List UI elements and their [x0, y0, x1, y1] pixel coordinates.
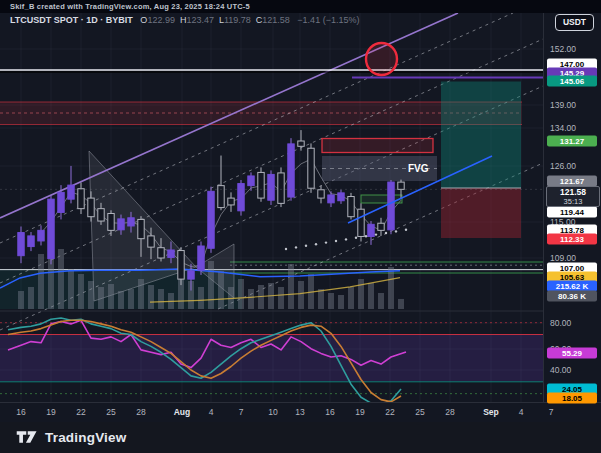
candle-body[interactable]	[228, 198, 234, 205]
candle-body[interactable]	[128, 218, 134, 226]
candle-body[interactable]	[348, 197, 354, 217]
attribution-text: Skif_B created with TradingView.com, Aug…	[10, 2, 250, 11]
currency-toggle-button[interactable]: USDT	[555, 14, 594, 31]
candle-body[interactable]	[68, 185, 74, 199]
price-tick: 139.00	[550, 100, 576, 110]
volume-bar	[158, 289, 164, 309]
volume-bar	[18, 291, 24, 309]
candle-body[interactable]	[158, 248, 164, 258]
red-circle-annotation[interactable]	[366, 43, 397, 75]
position-stop-box[interactable]	[441, 188, 521, 238]
candle-body[interactable]	[98, 209, 104, 221]
price-tick: 134.00	[550, 123, 576, 133]
symbol-legend[interactable]: LTCUSDT SPOT · 1D · BYBIT O122.99H123.47…	[10, 15, 359, 25]
time-tick: 19	[46, 407, 55, 417]
volume-bar	[208, 261, 214, 309]
ohlc-value: 121.58	[262, 15, 290, 25]
time-tick: 16	[325, 407, 334, 417]
candle-body[interactable]	[48, 199, 54, 258]
volume-bar	[278, 287, 284, 309]
candle-body[interactable]	[328, 195, 334, 203]
volume-bar	[138, 279, 144, 309]
candle-body[interactable]	[138, 219, 144, 238]
ohlc-values: O122.99H123.47L119.78C121.58	[135, 15, 289, 25]
candle-body[interactable]	[298, 141, 304, 146]
time-axis[interactable]: 1619222528Aug4710131619222528Sep47	[0, 402, 601, 422]
price-level-label: 55.29	[547, 347, 597, 358]
time-tick: 19	[355, 407, 364, 417]
time-tick: 28	[445, 407, 454, 417]
red-rectangle[interactable]	[322, 139, 433, 153]
time-tick: 22	[385, 407, 394, 417]
candle-body[interactable]	[318, 190, 324, 198]
sar-dot	[305, 245, 307, 247]
volume-bar	[248, 289, 254, 309]
volume-bar	[348, 287, 354, 309]
candle-body[interactable]	[308, 148, 314, 188]
ohlc-value: 122.99	[147, 15, 175, 25]
sar-dot	[365, 235, 367, 237]
candle-body[interactable]	[248, 176, 254, 186]
candle-body[interactable]	[58, 192, 64, 212]
time-tick: 22	[76, 407, 85, 417]
tradingview-logo[interactable]: TradingView	[16, 428, 126, 446]
candle-body[interactable]	[148, 236, 154, 247]
price-tick: 40.00	[550, 365, 571, 375]
price-level-label: 121.67	[547, 175, 597, 186]
time-tick: 13	[295, 407, 304, 417]
price-tick: 109.00	[550, 253, 576, 263]
time-tick-month: Aug	[174, 407, 191, 417]
time-tick: 25	[106, 407, 115, 417]
volume-bar	[98, 287, 104, 309]
candle-body[interactable]	[28, 236, 34, 247]
attribution-bar: Skif_B created with TradingView.com, Aug…	[0, 0, 601, 13]
time-tick: 28	[136, 407, 145, 417]
candle-body[interactable]	[178, 251, 184, 280]
candle-body[interactable]	[88, 198, 94, 217]
sar-dot	[405, 229, 407, 231]
candle-body[interactable]	[168, 250, 174, 257]
volume-bar	[318, 289, 324, 309]
time-tick: 16	[16, 407, 25, 417]
volume-bar	[28, 287, 34, 309]
candle-body[interactable]	[108, 213, 114, 230]
price-level-label: 80.36 K	[547, 290, 597, 301]
candle-body[interactable]	[198, 246, 204, 270]
candle-body[interactable]	[258, 172, 264, 198]
position-target-box[interactable]	[441, 82, 521, 189]
candle-body[interactable]	[208, 191, 214, 248]
price-level-label: 119.44	[547, 206, 597, 217]
volume-bar	[368, 283, 374, 309]
volume-bar	[148, 285, 154, 309]
volume-bar	[288, 264, 294, 309]
candle-body[interactable]	[278, 173, 284, 203]
candle-body[interactable]	[398, 182, 404, 189]
candle-body[interactable]	[18, 233, 24, 256]
candle-body[interactable]	[188, 271, 194, 279]
volume-bar	[358, 279, 364, 309]
candle-body[interactable]	[368, 224, 374, 236]
volume-bar	[118, 291, 124, 309]
candle-body[interactable]	[118, 219, 124, 230]
candle-body[interactable]	[238, 184, 244, 211]
volume-bar	[398, 299, 404, 309]
sar-dot	[335, 240, 337, 242]
candle-body[interactable]	[78, 189, 84, 209]
ohlc-value: 123.47	[186, 15, 214, 25]
candle-body[interactable]	[38, 230, 44, 241]
chart-canvas[interactable]: FVG	[0, 0, 543, 453]
candle-body[interactable]	[378, 223, 384, 230]
time-tick-month: Sep	[483, 407, 499, 417]
price-axis[interactable]: 152.00139.00134.00126.00115.00109.0080.0…	[543, 13, 601, 402]
ohlc-value: 119.78	[224, 15, 251, 25]
tradingview-logo-text: TradingView	[45, 430, 126, 445]
symbol-title: LTCUSDT SPOT · 1D · BYBIT	[10, 15, 133, 25]
sar-dot	[315, 243, 317, 245]
price-tick: 80.00	[550, 318, 571, 328]
green-rectangle[interactable]	[361, 195, 402, 203]
time-tick: 7	[239, 407, 244, 417]
volume-bar	[38, 254, 44, 309]
candle-body[interactable]	[338, 193, 344, 201]
candle-body[interactable]	[358, 209, 364, 236]
candle-body[interactable]	[268, 174, 274, 200]
